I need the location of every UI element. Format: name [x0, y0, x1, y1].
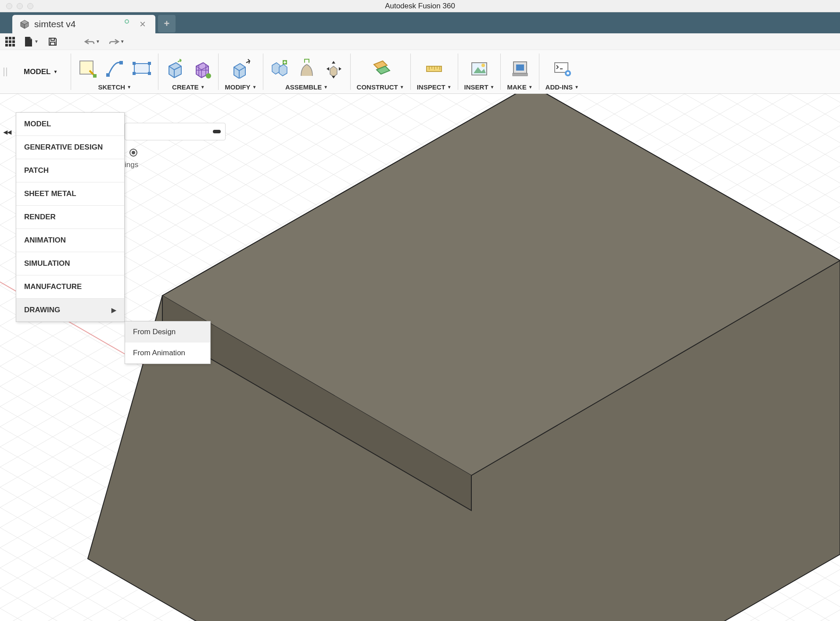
browser-search[interactable]	[125, 123, 226, 140]
workspace-item-simulation[interactable]: SIMULATION	[16, 252, 124, 275]
svg-rect-13	[148, 72, 151, 75]
workspace-item-manufacture[interactable]: MANUFACTURE	[16, 275, 124, 299]
create-sketch-button[interactable]	[77, 58, 97, 79]
svg-rect-6	[93, 74, 97, 78]
workspace-item-drawing[interactable]: DRAWING ▶	[16, 299, 124, 321]
drawing-from-design[interactable]: From Design	[125, 321, 210, 343]
plus-icon: +	[164, 18, 170, 29]
app-title: Autodesk Fusion 360	[385, 2, 455, 11]
new-component-button[interactable]	[269, 58, 290, 79]
modify-group: MODIFY▼	[219, 50, 262, 93]
insert-button[interactable]	[469, 58, 489, 79]
chevron-down-icon: ▼	[53, 69, 57, 74]
document-tab[interactable]: simtest v4 ×	[12, 15, 155, 33]
main-toolbar: MODEL ▼ SKETCH▼ CREATE▼ MODIFY▼ ASSEM	[0, 50, 840, 94]
svg-rect-29	[516, 64, 524, 71]
rewind-button[interactable]: ◂◂	[4, 127, 11, 137]
make-group: MAKE▼	[501, 50, 538, 93]
redo-button[interactable]: ▼	[109, 38, 125, 46]
svg-point-27	[481, 64, 485, 67]
workspace-label: MODEL	[24, 68, 50, 76]
workspace-item-generative[interactable]: GENERATIVE DESIGN	[16, 136, 124, 159]
insert-group: INSERT▼	[458, 50, 501, 93]
tab-label: simtest v4	[34, 19, 133, 29]
radio-icon[interactable]	[125, 145, 142, 161]
workspace-item-patch[interactable]: PATCH	[16, 159, 124, 182]
create-dropdown[interactable]: CREATE▼	[172, 83, 205, 91]
quick-access-bar: ▼ ▼ ▼	[0, 33, 840, 50]
data-panel-button[interactable]	[5, 37, 15, 46]
svg-marker-14	[169, 63, 181, 78]
box-button[interactable]	[165, 58, 185, 79]
new-tab-button[interactable]: +	[158, 15, 176, 32]
workspace-item-model[interactable]: MODEL	[16, 113, 124, 136]
assemble-dropdown[interactable]: ASSEMBLE▼	[285, 83, 328, 91]
svg-rect-12	[133, 72, 136, 75]
make-button[interactable]	[510, 58, 530, 79]
measure-button[interactable]	[424, 58, 444, 79]
svg-marker-21	[330, 66, 337, 77]
drawing-from-animation[interactable]: From Animation	[125, 343, 210, 364]
drawing-submenu: From Design From Animation	[125, 321, 211, 364]
undo-icon	[84, 38, 95, 46]
addins-group: ADD-INS▼	[539, 50, 585, 93]
file-menu-button[interactable]: ▼	[24, 36, 39, 47]
save-button[interactable]	[47, 36, 58, 47]
chevron-right-icon: ▶	[111, 307, 116, 314]
unsaved-indicator-icon	[125, 19, 129, 24]
close-tab-icon[interactable]: ×	[137, 18, 148, 30]
form-button[interactable]	[192, 58, 212, 79]
svg-rect-9	[134, 64, 149, 73]
addins-dropdown[interactable]: ADD-INS▼	[546, 83, 579, 91]
modify-dropdown[interactable]: MODIFY▼	[225, 83, 256, 91]
cube-icon	[19, 19, 30, 29]
rectangle-button[interactable]	[132, 58, 152, 79]
construct-group: CONSTRUCT▼	[351, 50, 410, 93]
svg-rect-11	[148, 62, 151, 65]
redo-icon	[109, 38, 119, 46]
undo-button[interactable]: ▼	[84, 38, 100, 46]
construct-dropdown[interactable]: CONSTRUCT▼	[357, 83, 404, 91]
window-controls	[0, 3, 33, 9]
workspace-item-render[interactable]: RENDER	[16, 206, 124, 229]
svg-point-33	[567, 72, 569, 75]
sketch-dropdown[interactable]: SKETCH▼	[98, 83, 132, 91]
svg-point-16	[206, 73, 211, 79]
grid-icon	[5, 37, 15, 46]
inspect-group: INSPECT▼	[411, 50, 458, 93]
line-button[interactable]	[104, 58, 125, 79]
make-dropdown[interactable]: MAKE▼	[507, 83, 532, 91]
scripts-button[interactable]	[552, 58, 572, 79]
sketch-group: SKETCH▼	[71, 50, 158, 93]
svg-marker-19	[279, 64, 287, 76]
minimize-window-icon[interactable]	[17, 3, 23, 9]
svg-rect-8	[119, 61, 123, 64]
workspace-item-sheetmetal[interactable]: SHEET METAL	[16, 182, 124, 206]
toolbar-handle[interactable]	[0, 50, 11, 93]
save-icon	[47, 36, 58, 47]
titlebar: Autodesk Fusion 360	[0, 0, 840, 12]
svg-rect-24	[427, 66, 442, 71]
press-pull-button[interactable]	[230, 58, 251, 79]
svg-point-38	[132, 151, 135, 154]
move-button[interactable]	[324, 58, 344, 79]
construct-plane-button[interactable]	[370, 58, 391, 79]
svg-rect-4	[50, 42, 55, 45]
browser-item-fragment: ings	[125, 161, 138, 169]
workspace-menu: MODEL GENERATIVE DESIGN PATCH SHEET META…	[16, 112, 125, 322]
svg-rect-3	[51, 38, 54, 40]
ellipsis-icon	[213, 130, 221, 133]
tabbar: simtest v4 × +	[0, 12, 840, 33]
assemble-group: ASSEMBLE▼	[263, 50, 350, 93]
svg-rect-10	[133, 62, 136, 65]
workspace-dropdown-button[interactable]: MODEL ▼	[11, 50, 71, 93]
file-icon	[24, 36, 33, 47]
close-window-icon[interactable]	[6, 3, 12, 9]
create-group: CREATE▼	[158, 50, 218, 93]
inspect-dropdown[interactable]: INSPECT▼	[417, 83, 452, 91]
svg-rect-30	[513, 73, 528, 76]
maximize-window-icon[interactable]	[27, 3, 33, 9]
workspace-item-animation[interactable]: ANIMATION	[16, 229, 124, 252]
joint-button[interactable]	[297, 58, 317, 79]
insert-dropdown[interactable]: INSERT▼	[464, 83, 495, 91]
